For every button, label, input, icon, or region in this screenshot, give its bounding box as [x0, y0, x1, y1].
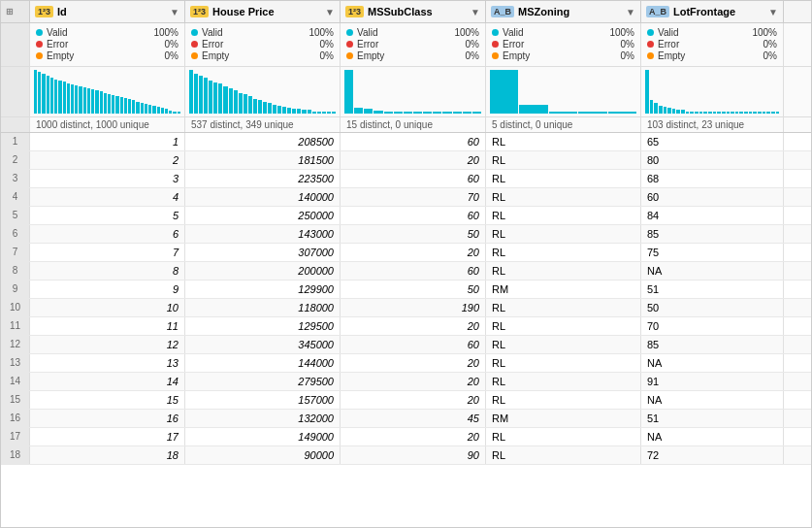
- table-row: 161613200045RM51: [1, 410, 811, 428]
- col-header-price[interactable]: 1²3House Price▼: [185, 1, 341, 22]
- data-cell-id: 18: [30, 446, 185, 464]
- hist-cell-price: [185, 67, 341, 116]
- data-cell-price: 200000: [185, 262, 341, 280]
- error-dot: [492, 41, 499, 48]
- data-rows-container[interactable]: 1120850060RL652218150020RL803322350060RL…: [1, 133, 811, 465]
- row-number: 17: [1, 428, 30, 446]
- data-cell-price: 140000: [185, 188, 341, 206]
- hist-bar-13: [703, 112, 707, 114]
- data-cell-sub: 20: [341, 244, 486, 261]
- hist-bar-22: [744, 112, 748, 114]
- data-cell-price: 157000: [185, 391, 341, 409]
- hist-bar-27: [145, 104, 147, 114]
- data-cell-price: 208500: [185, 133, 341, 150]
- hist-bar-28: [327, 112, 331, 114]
- col-header-id[interactable]: 1²3Id▼: [30, 1, 185, 22]
- col-sort-lot[interactable]: ▼: [768, 7, 778, 17]
- data-cell-lot: NA: [641, 428, 784, 446]
- col-header-lot[interactable]: A_BLotFrontage▼: [641, 1, 784, 22]
- row-number: 4: [1, 188, 30, 206]
- data-cell-sub: 45: [341, 410, 486, 427]
- data-cell-zone: RL: [486, 151, 641, 169]
- hist-bar-5: [213, 82, 217, 114]
- hist-bar-26: [141, 103, 144, 114]
- data-cell-id: 15: [30, 391, 185, 409]
- data-cell-id: 1: [30, 133, 185, 150]
- hist-bar-19: [112, 95, 114, 114]
- data-cell-lot: NA: [641, 354, 784, 372]
- valid-dot: [36, 29, 43, 36]
- row-number: 10: [1, 299, 30, 316]
- data-cell-price: 90000: [185, 446, 341, 464]
- hist-bar-2: [364, 109, 373, 114]
- error-dot: [647, 41, 654, 48]
- data-cell-sub: 60: [341, 133, 486, 150]
- data-cell-zone: RL: [486, 299, 641, 316]
- hist-bar-19: [282, 107, 286, 114]
- hist-bar-28: [148, 105, 151, 114]
- data-cell-price: 129500: [185, 317, 341, 335]
- hist-bar-8: [681, 110, 685, 114]
- col-sort-zone[interactable]: ▼: [626, 7, 635, 17]
- hist-bars-price: [189, 70, 336, 114]
- hist-bar-4: [608, 112, 636, 114]
- hist-bar-2: [654, 103, 658, 114]
- col-header-sub[interactable]: 1²3MSSubClass▼: [341, 1, 486, 22]
- row-number: 5: [1, 207, 30, 224]
- hist-bar-23: [128, 99, 131, 114]
- hist-bar-0: [189, 70, 193, 114]
- hist-bars-id: [34, 70, 180, 114]
- hist-bar-25: [312, 112, 316, 114]
- hist-bar-11: [244, 94, 247, 114]
- hist-bar-13: [472, 112, 481, 114]
- hist-bar-12: [463, 112, 471, 114]
- row-num-hist: [1, 67, 30, 116]
- hist-bar-9: [234, 90, 238, 114]
- hist-bar-0: [34, 70, 37, 114]
- col-sort-id[interactable]: ▼: [170, 7, 179, 17]
- hist-bar-26: [317, 112, 321, 114]
- table-row: 9912990050RM51: [1, 280, 811, 299]
- col-type-icon-lot: A_B: [646, 6, 669, 17]
- data-cell-lot: 80: [641, 151, 784, 169]
- hist-bar-2: [42, 74, 45, 114]
- col-header-zone[interactable]: A_BMSZoning▼: [486, 1, 641, 22]
- row-number: 3: [1, 170, 30, 187]
- hist-bar-10: [75, 85, 78, 114]
- valid-dot: [492, 29, 499, 36]
- data-cell-zone: RL: [486, 354, 641, 372]
- hist-bar-16: [100, 91, 103, 114]
- data-cell-sub: 50: [341, 225, 486, 243]
- distinct-cell-price: 537 distinct, 349 unique: [185, 117, 341, 132]
- hist-bar-23: [302, 110, 306, 114]
- data-cell-lot: 72: [641, 446, 784, 464]
- hist-bar-9: [433, 112, 441, 114]
- data-cell-zone: RL: [486, 428, 641, 446]
- data-cell-sub: 70: [341, 188, 486, 206]
- hist-bar-25: [758, 112, 762, 114]
- data-cell-price: 149000: [185, 428, 341, 446]
- error-stat: Error 0%: [346, 39, 479, 50]
- col-sort-price[interactable]: ▼: [325, 7, 335, 17]
- hist-bar-5: [54, 80, 57, 114]
- data-cell-sub: 20: [341, 151, 486, 169]
- row-number: 18: [1, 446, 30, 464]
- row-number: 2: [1, 151, 30, 169]
- error-stat: Error 0%: [647, 39, 777, 50]
- distinct-cell-id: 1000 distinct, 1000 unique: [30, 117, 185, 132]
- data-cell-lot: 84: [641, 207, 784, 224]
- hist-bar-6: [672, 109, 676, 114]
- hist-bar-1: [38, 72, 41, 114]
- hist-bar-12: [248, 96, 252, 114]
- table-row: 111112950020RL70: [1, 317, 811, 336]
- valid-stat: Valid 100%: [346, 27, 479, 38]
- col-sort-sub[interactable]: ▼: [471, 7, 480, 17]
- data-cell-id: 8: [30, 262, 185, 280]
- data-cell-zone: RL: [486, 446, 641, 464]
- empty-dot: [492, 52, 499, 59]
- hist-bar-18: [727, 112, 731, 114]
- data-cell-lot: 91: [641, 373, 784, 390]
- data-cell-lot: NA: [641, 391, 784, 409]
- hist-bar-20: [115, 96, 118, 114]
- data-cell-id: 6: [30, 225, 185, 243]
